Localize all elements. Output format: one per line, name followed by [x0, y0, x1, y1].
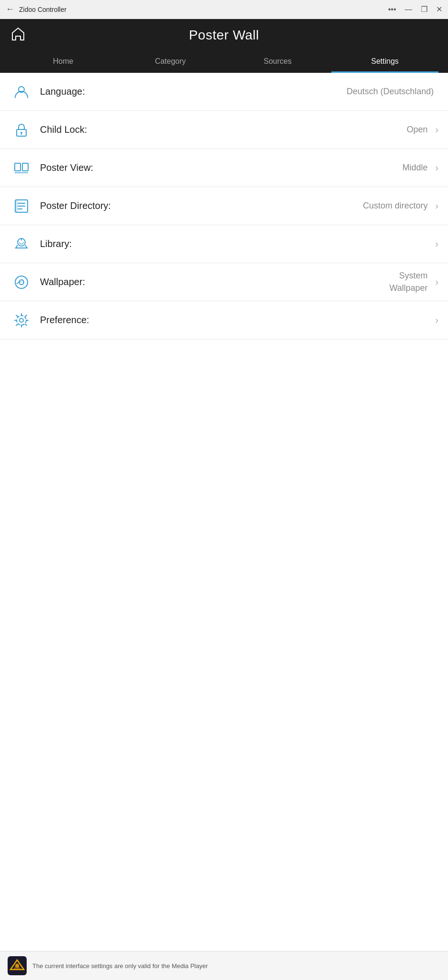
preference-label: Preference:: [40, 315, 428, 326]
header-top: Poster Wall: [10, 28, 438, 43]
language-row[interactable]: Language: Deutsch (Deutschland): [0, 73, 448, 111]
poster-directory-value: Custom directory: [363, 201, 428, 211]
wallpaper-chevron: ›: [435, 277, 438, 287]
more-button[interactable]: •••: [388, 5, 396, 14]
poster-directory-row[interactable]: Poster Directory: Custom directory ›: [0, 187, 448, 225]
library-icon: [10, 236, 33, 253]
close-button[interactable]: ✕: [436, 5, 442, 14]
home-button[interactable]: [10, 26, 27, 45]
poster-view-row[interactable]: Poster View: Middle ›: [0, 149, 448, 187]
tab-sources[interactable]: Sources: [224, 51, 331, 73]
preference-row[interactable]: Preference: ›: [0, 301, 448, 339]
wallpaper-label: Wallpaper:: [40, 277, 389, 287]
language-value: Deutsch (Deutschland): [347, 87, 434, 97]
back-button[interactable]: ←: [6, 4, 14, 14]
preference-chevron: ›: [435, 315, 438, 326]
svg-point-17: [17, 316, 26, 325]
app-title: Zidoo Controller: [19, 6, 388, 13]
child-lock-row[interactable]: Child Lock: Open ›: [0, 111, 448, 149]
gear-icon: [10, 312, 33, 329]
library-chevron: ›: [435, 238, 438, 249]
tab-home[interactable]: Home: [10, 51, 117, 73]
poster-view-chevron: ›: [435, 162, 438, 173]
svg-point-16: [20, 318, 23, 322]
poster-view-icon: [10, 159, 33, 177]
svg-rect-5: [22, 163, 28, 171]
svg-point-14: [15, 276, 28, 288]
library-row[interactable]: Library: ›: [0, 225, 448, 263]
footer-logo: [8, 956, 27, 975]
language-label: Language:: [40, 86, 347, 97]
main-content: Language: Deutsch (Deutschland) Child Lo…: [0, 73, 448, 645]
svg-point-2: [20, 132, 22, 134]
title-bar: ← Zidoo Controller ••• — ❐ ✕: [0, 0, 448, 19]
page-title: Poster Wall: [189, 28, 259, 43]
poster-directory-chevron: ›: [435, 200, 438, 211]
minimize-button[interactable]: —: [405, 5, 412, 14]
poster-directory-label: Poster Directory:: [40, 200, 363, 211]
child-lock-value: Open: [407, 125, 428, 135]
wallpaper-icon: [10, 274, 33, 291]
app-header: Poster Wall Home Category Sources Settin…: [0, 19, 448, 73]
list-icon: [10, 198, 33, 215]
svg-rect-11: [15, 200, 18, 212]
lock-icon: [10, 121, 33, 139]
wallpaper-value: SystemWallpaper: [389, 270, 428, 294]
child-lock-label: Child Lock:: [40, 124, 407, 135]
poster-view-value: Middle: [402, 163, 428, 173]
tab-settings[interactable]: Settings: [331, 51, 438, 73]
poster-view-label: Poster View:: [40, 162, 402, 173]
child-lock-chevron: ›: [435, 124, 438, 135]
wallpaper-row[interactable]: Wallpaper: SystemWallpaper ›: [0, 263, 448, 301]
library-label: Library:: [40, 238, 428, 249]
svg-point-21: [15, 964, 19, 968]
person-icon: [10, 83, 33, 100]
svg-rect-4: [15, 163, 20, 171]
restore-button[interactable]: ❐: [421, 5, 428, 14]
window-controls: ••• — ❐ ✕: [388, 5, 442, 14]
footer-bar: The current interface settings are only …: [0, 951, 448, 980]
nav-tabs: Home Category Sources Settings: [10, 51, 438, 73]
tab-category[interactable]: Category: [117, 51, 224, 73]
footer-text: The current interface settings are only …: [32, 962, 208, 970]
